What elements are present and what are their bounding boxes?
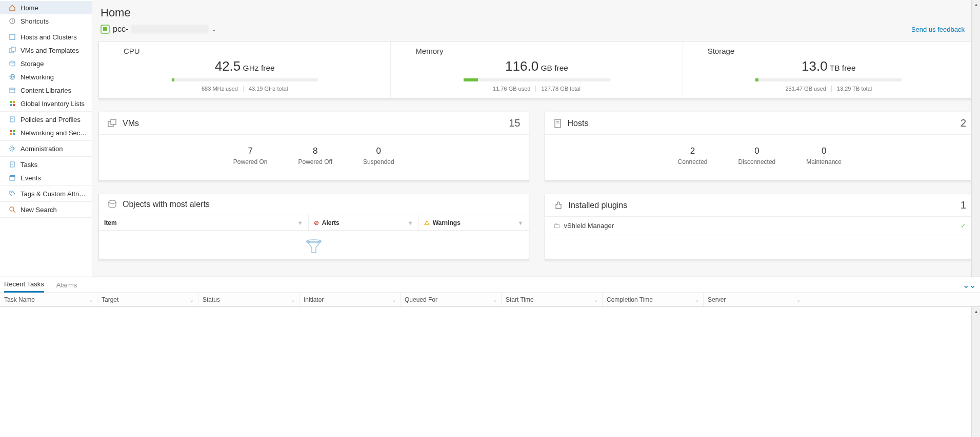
alerts-col-warnings[interactable]: ⚠ Warnings ▼ xyxy=(419,215,529,231)
resource-cpu: CPU42.5 GHz free683 MHz used43.19 GHz to… xyxy=(99,41,390,98)
scroll-up-icon[interactable]: ▴ xyxy=(972,307,980,316)
task-col-initiator[interactable]: Initiator⌄ xyxy=(299,293,401,306)
vcenter-masked xyxy=(131,25,208,33)
sidebar-item-tasks[interactable]: Tasks xyxy=(0,158,92,171)
svg-point-23 xyxy=(10,207,14,211)
svg-rect-9 xyxy=(13,101,15,103)
shortcuts-icon xyxy=(8,17,16,25)
sidebar-item-content-libraries[interactable]: Content Libraries xyxy=(0,84,92,97)
stat-num: 7 xyxy=(233,146,268,156)
sidebar-item-label: VMs and Templates xyxy=(21,47,79,54)
svg-rect-20 xyxy=(10,176,15,180)
sidebar-item-label: Networking and Sec… xyxy=(21,129,87,137)
svg-rect-26 xyxy=(103,27,107,31)
hosts-icon xyxy=(553,118,563,129)
chevron-down-icon[interactable]: ⌄ xyxy=(211,26,216,33)
stat-num: 8 xyxy=(298,146,332,156)
host-stat: 2Connected xyxy=(678,146,708,165)
task-col-task-name[interactable]: Task Name⌄ xyxy=(0,293,97,306)
sidebar-item-label: Content Libraries xyxy=(21,87,71,94)
svg-rect-6 xyxy=(10,88,15,93)
resource-label: Storage xyxy=(693,47,964,55)
plugins-card: Installed plugins 1 🗀 vShield Manager ✓ xyxy=(545,194,975,260)
sort-icon[interactable]: ⌄ xyxy=(695,297,699,303)
task-col-start-time[interactable]: Start Time⌄ xyxy=(502,293,603,306)
plugin-name: vShield Manager xyxy=(564,222,614,230)
task-col-completion-time[interactable]: Completion Time⌄ xyxy=(603,293,704,306)
plugin-row[interactable]: 🗀 vShield Manager ✓ xyxy=(545,217,975,235)
sidebar-item-administration[interactable]: Administration xyxy=(0,142,92,155)
sidebar-item-policies-profiles[interactable]: Policies and Profiles xyxy=(0,113,92,126)
svg-line-24 xyxy=(13,211,15,213)
resource-value: 42.5 GHz free xyxy=(109,58,380,74)
filter-icon[interactable]: ▼ xyxy=(297,220,303,226)
resource-label: CPU xyxy=(109,47,380,55)
svg-rect-21 xyxy=(10,175,15,177)
hosts-card: Hosts 2 2Connected0Disconnected0Maintena… xyxy=(545,112,975,181)
vms-icon xyxy=(107,118,117,129)
stat-label: Maintenance xyxy=(806,158,842,165)
svg-rect-12 xyxy=(10,117,14,122)
svg-rect-29 xyxy=(555,119,561,128)
networking-icon xyxy=(8,73,16,81)
tasks-icon xyxy=(8,160,16,169)
resource-storage: Storage13.0 TB free251.47 GB used13.29 T… xyxy=(683,41,974,98)
plugins-count: 1 xyxy=(961,199,966,211)
sidebar-item-events[interactable]: Events xyxy=(0,171,92,184)
sidebar-item-label: Global Inventory Lists xyxy=(21,100,85,108)
sidebar-item-hosts-clusters[interactable]: Hosts and Clusters xyxy=(0,30,92,44)
new-search-icon xyxy=(8,205,16,214)
vcenter-name[interactable]: pcc- ⌄ xyxy=(113,25,216,34)
sidebar-item-networking[interactable]: Networking xyxy=(0,70,92,84)
svg-rect-1 xyxy=(10,34,15,39)
collapse-icon[interactable]: ⌄⌄ xyxy=(963,280,976,290)
sidebar-item-global-inventory[interactable]: Global Inventory Lists xyxy=(0,97,92,110)
task-col-queued-for[interactable]: Queued For⌄ xyxy=(401,293,502,306)
alerts-col-item[interactable]: Item ▼ xyxy=(99,215,309,231)
sidebar-item-new-search[interactable]: New Search xyxy=(0,203,92,216)
tab-alarms[interactable]: Alarms xyxy=(56,281,77,292)
resource-sub: 251.47 GB used13.29 TB total xyxy=(693,86,964,92)
task-col-label: Queued For xyxy=(405,296,437,303)
task-col-target[interactable]: Target⌄ xyxy=(97,293,198,306)
task-col-label: Status xyxy=(203,296,220,303)
sidebar-item-tags[interactable]: Tags & Custom Attri… xyxy=(0,187,92,200)
tab-recent-tasks[interactable]: Recent Tasks xyxy=(4,280,44,293)
plugins-title: Installed plugins xyxy=(569,201,628,210)
alerts-card: Objects with most alerts Item ▼ ⊘ Alerts xyxy=(98,194,529,260)
sort-icon[interactable]: ⌄ xyxy=(796,297,801,303)
vm-stat: 8Powered Off xyxy=(298,146,332,165)
check-icon: ✓ xyxy=(961,222,966,230)
feedback-link[interactable]: Send us feedback xyxy=(911,26,965,33)
svg-rect-17 xyxy=(13,133,15,135)
sidebar-item-shortcuts[interactable]: Shortcuts xyxy=(0,14,92,28)
scroll-up-icon[interactable]: ▴ xyxy=(972,0,980,9)
sidebar-item-home[interactable]: Home xyxy=(0,1,92,14)
filter-icon[interactable]: ▼ xyxy=(518,220,524,226)
sidebar-item-storage[interactable]: Storage xyxy=(0,57,92,70)
task-col-server[interactable]: Server⌄ xyxy=(704,293,805,306)
vms-count: 15 xyxy=(509,117,520,129)
stat-label: Disconnected xyxy=(738,158,776,165)
sidebar-item-networking-security[interactable]: Networking and Sec… xyxy=(0,126,92,139)
alerts-title: Objects with most alerts xyxy=(123,200,210,209)
resource-bar xyxy=(755,78,902,81)
sort-icon[interactable]: ⌄ xyxy=(594,297,598,303)
events-icon xyxy=(8,174,16,182)
sidebar-item-label: Tags & Custom Attri… xyxy=(21,190,86,198)
task-col-label: Server xyxy=(708,296,726,303)
sort-icon[interactable]: ⌄ xyxy=(190,297,194,303)
funnel-icon xyxy=(305,239,323,255)
alerts-col-alerts[interactable]: ⊘ Alerts ▼ xyxy=(309,215,419,231)
vms-card: VMs 15 7Powered On8Powered Off0Suspended xyxy=(98,112,529,181)
sidebar-item-label: Storage xyxy=(21,60,44,68)
sort-icon[interactable]: ⌄ xyxy=(392,297,396,303)
sort-icon[interactable]: ⌄ xyxy=(493,297,497,303)
task-col-status[interactable]: Status⌄ xyxy=(198,293,299,306)
tasks-scrollbar[interactable]: ▴ xyxy=(971,307,980,437)
policies-profiles-icon xyxy=(8,115,16,123)
sort-icon[interactable]: ⌄ xyxy=(89,297,93,303)
sidebar-item-vms-templates[interactable]: VMs and Templates xyxy=(0,44,92,57)
sort-icon[interactable]: ⌄ xyxy=(291,297,295,303)
filter-icon[interactable]: ▼ xyxy=(408,220,413,226)
